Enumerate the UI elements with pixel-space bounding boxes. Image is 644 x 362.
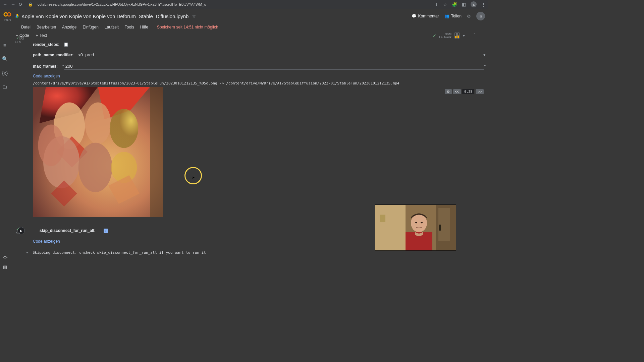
left-sidebar: ≡ 🔍 {x} 🗀: [0, 40, 10, 274]
comment-label: Kommentar: [418, 14, 439, 18]
path-name-modifier-value[interactable]: x0_pred: [78, 52, 94, 57]
svg-point-11: [110, 109, 138, 148]
colab-logo-icon[interactable]: [3, 10, 11, 18]
menu-help[interactable]: Hilfe: [137, 25, 151, 29]
svg-rect-19: [150, 87, 163, 217]
sidepanel-icon[interactable]: ◧: [462, 2, 466, 7]
terminal-icon[interactable]: ▤: [3, 264, 7, 269]
share-label: Teilen: [451, 14, 462, 18]
snippets-icon[interactable]: <>: [2, 255, 7, 260]
svg-rect-24: [439, 225, 441, 231]
drive-icon: [15, 14, 19, 18]
show-code-link[interactable]: Code anzeigen: [33, 74, 486, 78]
pro-badge: PRO: [4, 18, 11, 22]
output-toggle-icon[interactable]: ⇥: [26, 250, 29, 255]
svg-rect-21: [375, 205, 406, 250]
reload-icon[interactable]: ⟳: [19, 2, 23, 7]
menu-insert[interactable]: Einfügen: [79, 25, 101, 29]
cell-execution-count: [9]: [19, 36, 486, 40]
install-icon[interactable]: ⤓: [435, 2, 438, 7]
cell-done-check-icon: ✓: [13, 36, 23, 40]
save-warning: Speichern seit 14:51 nicht möglich: [154, 25, 221, 29]
share-button[interactable]: 👥 Teilen: [444, 14, 462, 18]
browser-chrome: ← → ⟳ 🔒 colab.research.google.com/drive/…: [0, 0, 488, 9]
path-name-modifier-label: path_name_modifier:: [33, 53, 73, 57]
browser-avatar[interactable]: a: [471, 1, 477, 7]
back-icon[interactable]: ←: [3, 2, 7, 7]
menu-file[interactable]: Datei: [18, 25, 34, 29]
menu-runtime[interactable]: Laufzeit: [102, 25, 122, 29]
svg-point-26: [415, 222, 417, 223]
comment-icon: 💬: [412, 14, 417, 18]
speed-value: 0.25: [462, 89, 474, 94]
svg-rect-29: [380, 215, 385, 222]
menu-edit[interactable]: Bearbeiten: [34, 25, 59, 29]
settings-gear-icon[interactable]: ⚙: [467, 14, 471, 19]
code-cell: ✓ 17 s [9] render_steps: path_name_modif…: [13, 36, 486, 217]
forward-icon[interactable]: →: [11, 2, 15, 7]
more-icon[interactable]: ⋮: [481, 2, 486, 7]
skip-disconnect-checkbox[interactable]: ✓: [104, 229, 108, 233]
cell-done-check-icon: ✓: [13, 227, 23, 232]
notebook-title[interactable]: Kopie von Kopie von Kopie von Kopie von …: [21, 13, 189, 19]
comment-button[interactable]: 💬 Kommentar: [412, 14, 439, 18]
svg-point-18: [38, 125, 64, 166]
render-steps-checkbox[interactable]: [64, 43, 68, 47]
svg-point-14: [78, 143, 112, 192]
speed-next-button[interactable]: >>: [476, 89, 484, 94]
toc-icon[interactable]: ≡: [3, 42, 6, 48]
url-bar[interactable]: colab.research.google.com/drive/1v2czLyX…: [36, 2, 431, 6]
webcam-overlay: [375, 204, 456, 251]
dropdown-chevron-icon[interactable]: ▾: [483, 52, 486, 57]
variables-icon[interactable]: {x}: [2, 70, 8, 76]
cell-exec-time: 17 s: [13, 40, 23, 44]
lock-icon: 🔒: [28, 2, 33, 7]
max-frames-label: max_frames:: [33, 64, 58, 69]
user-avatar[interactable]: a: [476, 12, 485, 20]
svg-point-1: [7, 13, 11, 16]
search-icon[interactable]: 🔍: [2, 56, 8, 62]
console-output: Skipping disconnect, uncheck skip_discon…: [33, 250, 206, 255]
generated-image-output: [33, 87, 163, 217]
svg-point-10: [85, 103, 111, 144]
speed-prev-button[interactable]: <<: [453, 89, 461, 94]
star-icon[interactable]: ☆: [443, 2, 447, 7]
files-icon[interactable]: 🗀: [2, 84, 7, 89]
menu-bar: Datei Bearbeiten Anzeige Einfügen Laufze…: [0, 23, 488, 31]
cell-output-path: /content/drive/MyDrive/AI/StableDiffusio…: [33, 78, 486, 87]
render-steps-label: render_steps:: [33, 42, 59, 47]
max-frames-input[interactable]: [64, 63, 484, 70]
star-notebook-icon[interactable]: ☆: [192, 13, 196, 19]
menu-tools[interactable]: Tools: [122, 25, 137, 29]
output-settings-icon[interactable]: ⚙: [445, 89, 452, 94]
share-icon: 👥: [444, 14, 449, 18]
cell-exec-time: 0 s: [13, 232, 23, 235]
svg-point-27: [421, 222, 423, 223]
colab-header: PRO Kopie von Kopie von Kopie von Kopie …: [0, 9, 488, 23]
extensions-icon[interactable]: 🧩: [452, 2, 457, 7]
menu-view[interactable]: Anzeige: [59, 25, 79, 29]
skip-disconnect-label: skip_disconnect_for_run_all:: [40, 228, 96, 233]
